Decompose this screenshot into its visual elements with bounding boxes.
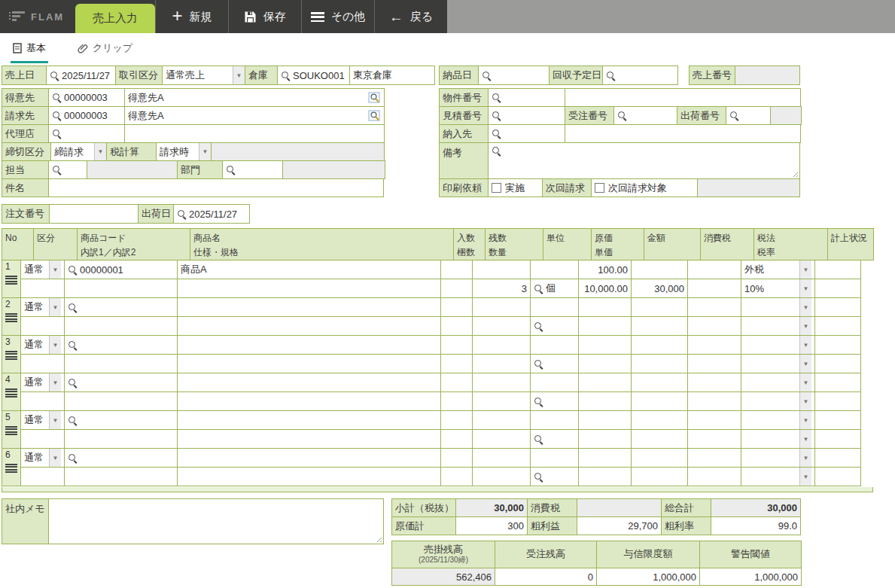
- item-unit-input[interactable]: [530, 316, 579, 336]
- print-exec-checkbox[interactable]: 実施: [488, 178, 543, 197]
- item-qty-in-input[interactable]: [440, 448, 473, 468]
- item-qty-pack-input[interactable]: [440, 467, 473, 486]
- item-qty-input[interactable]: [472, 467, 531, 486]
- resize-handle[interactable]: [375, 535, 382, 542]
- item-kubun-select[interactable]: 通常▼: [20, 373, 65, 392]
- internal-memo-textarea[interactable]: [48, 498, 384, 544]
- item-unit-price-input[interactable]: [578, 391, 632, 411]
- item-spec-input[interactable]: [177, 429, 441, 449]
- item-unit-input[interactable]: [530, 354, 579, 373]
- item-spec-input[interactable]: [177, 279, 441, 298]
- dept-code-input[interactable]: [222, 160, 283, 179]
- tab-clip[interactable]: クリップ: [75, 33, 135, 63]
- reference-search-icon[interactable]: [368, 110, 381, 122]
- item-cost-input[interactable]: [578, 297, 632, 317]
- item-spec-input[interactable]: [177, 316, 441, 336]
- item-cost-input[interactable]: [578, 373, 632, 392]
- item-tax-rate-select[interactable]: ▼: [741, 391, 815, 411]
- item-unit-price-input[interactable]: [578, 467, 632, 486]
- delivery-date-input[interactable]: [478, 66, 549, 85]
- item-kubun-select[interactable]: 通常▼: [20, 260, 65, 279]
- item-tax-law-select[interactable]: ▼: [741, 335, 815, 355]
- item-cost-input[interactable]: 100.00: [578, 260, 632, 279]
- quote-no-input[interactable]: [488, 106, 565, 125]
- item-qty-in-input[interactable]: [440, 260, 473, 279]
- item-tax-rate-select[interactable]: 10%▼: [741, 279, 815, 298]
- ship-no-input[interactable]: [726, 106, 771, 125]
- new-button[interactable]: + 新規: [155, 0, 228, 33]
- item-code-input[interactable]: [64, 335, 178, 355]
- item-name-input[interactable]: [177, 373, 441, 392]
- next-billing-checkbox[interactable]: 次回請求対象: [591, 178, 698, 197]
- item-unit-input[interactable]: [530, 467, 579, 486]
- item-tax-law-select[interactable]: 外税▼: [741, 260, 815, 279]
- item-qty-input[interactable]: [472, 354, 531, 373]
- item-tax-rate-select[interactable]: ▼: [741, 467, 815, 486]
- item-unit-input[interactable]: 個: [530, 279, 579, 298]
- item-qty-input[interactable]: [472, 316, 531, 336]
- item-tax-rate-select[interactable]: ▼: [741, 429, 815, 449]
- item-kubun-select[interactable]: 通常▼: [20, 297, 65, 317]
- staff-code-input[interactable]: [48, 160, 87, 179]
- reference-search-icon[interactable]: [368, 92, 381, 104]
- item-unit-price-input[interactable]: [578, 429, 632, 449]
- item-cost-input[interactable]: [578, 448, 632, 468]
- item-tax-law-select[interactable]: ▼: [741, 410, 815, 430]
- row-drag-handle-icon[interactable]: [5, 464, 17, 474]
- item-name-input[interactable]: [177, 297, 441, 317]
- app-tab-sales-input[interactable]: 売上入力: [75, 4, 155, 33]
- warehouse-code-input[interactable]: SOUKO001: [277, 66, 350, 85]
- tax-calc-select[interactable]: 請求時 ▼: [156, 142, 212, 161]
- item-code-input[interactable]: [64, 373, 178, 392]
- item-qty-in-input[interactable]: [440, 373, 473, 392]
- item-code-input[interactable]: 00000001: [64, 260, 178, 279]
- item-cost-input[interactable]: [578, 335, 632, 355]
- closing-type-select[interactable]: 締請求 ▼: [50, 142, 107, 161]
- item-qty-pack-input[interactable]: [440, 354, 473, 373]
- item-qty-pack-input[interactable]: [440, 391, 473, 411]
- item-unit-price-input[interactable]: 10,000.00: [578, 279, 632, 298]
- row-drag-handle-icon[interactable]: [5, 388, 17, 398]
- item-code-input[interactable]: [64, 448, 178, 468]
- row-drag-handle-icon[interactable]: [5, 351, 17, 361]
- billing-code-input[interactable]: 00000003: [48, 106, 125, 125]
- item-code-input[interactable]: [64, 297, 178, 317]
- collection-date-input[interactable]: [602, 66, 678, 85]
- item-tax-law-select[interactable]: ▼: [741, 297, 815, 317]
- row-drag-handle-icon[interactable]: [5, 276, 17, 285]
- item-qty-input[interactable]: [472, 391, 531, 411]
- resize-handle[interactable]: [791, 170, 798, 177]
- item-qty-input[interactable]: [472, 429, 531, 449]
- item-qty-pack-input[interactable]: [440, 279, 473, 298]
- row-drag-handle-icon[interactable]: [5, 313, 17, 323]
- item-tax-rate-select[interactable]: ▼: [741, 316, 815, 336]
- sales-date-input[interactable]: 2025/11/27: [46, 66, 116, 85]
- property-no-input[interactable]: [488, 88, 565, 107]
- order-no-input[interactable]: [613, 106, 677, 125]
- item-tax-law-select[interactable]: ▼: [741, 448, 815, 468]
- item-kubun-select[interactable]: 通常▼: [20, 410, 65, 430]
- item-qty-in-input[interactable]: [440, 297, 473, 317]
- delivery-to-input[interactable]: [488, 124, 565, 143]
- agency-code-input[interactable]: [48, 124, 125, 143]
- item-spec-input[interactable]: [177, 354, 441, 373]
- item-qty-in-input[interactable]: [440, 335, 473, 355]
- ship-date-input[interactable]: 2025/11/27: [173, 204, 250, 224]
- subject-input[interactable]: [48, 178, 384, 197]
- item-tax-law-select[interactable]: ▼: [741, 373, 815, 392]
- item-kubun-select[interactable]: 通常▼: [20, 448, 65, 468]
- item-unit-input[interactable]: [530, 391, 579, 411]
- customer-code-input[interactable]: 00000003: [48, 88, 125, 107]
- item-qty-in-input[interactable]: [440, 410, 473, 430]
- row-drag-handle-icon[interactable]: [5, 426, 17, 436]
- item-name-input[interactable]: [177, 335, 441, 355]
- item-spec-input[interactable]: [177, 391, 441, 411]
- item-spec-input[interactable]: [177, 467, 441, 486]
- back-button[interactable]: ← 戻る: [374, 0, 447, 33]
- item-unit-price-input[interactable]: [578, 316, 632, 336]
- item-code-input[interactable]: [64, 410, 178, 430]
- transaction-type-select[interactable]: 通常売上 ▼: [162, 66, 245, 85]
- other-button[interactable]: その他: [301, 0, 374, 33]
- item-qty-pack-input[interactable]: [440, 316, 473, 336]
- item-name-input[interactable]: 商品A: [177, 260, 441, 279]
